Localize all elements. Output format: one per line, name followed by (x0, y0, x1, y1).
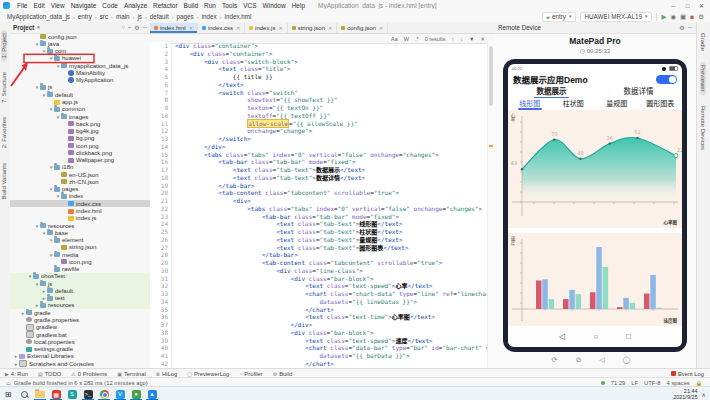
tree-item[interactable]: ▾common (10, 106, 150, 113)
status-item[interactable]: LF (631, 380, 638, 386)
menu-vcs[interactable]: VCS (240, 2, 259, 9)
tree-item[interactable]: rawfile (10, 266, 150, 273)
tree-item[interactable]: ▾com (10, 48, 150, 55)
start-button[interactable]: ⊞ (0, 388, 16, 400)
toolwindow-build[interactable]: ⚙Build (268, 371, 297, 377)
tray-arrow[interactable]: ∧ (702, 391, 706, 398)
tree-item[interactable]: ▾myapplication_data_js (10, 62, 150, 69)
editor-scrollbar[interactable] (487, 42, 494, 368)
toolwindow-terminal[interactable]: ▣Terminal (112, 371, 151, 377)
find-next-icon[interactable]: ↓ (459, 36, 464, 42)
terminal-app-icon[interactable]: >_ (80, 388, 96, 400)
menu-navigate[interactable]: Navigate (68, 2, 100, 9)
tree-item[interactable]: icon.png (10, 142, 150, 149)
tree-item[interactable]: ▸Scratches and Consoles (10, 360, 150, 367)
tree-item[interactable]: string.json (10, 244, 150, 251)
settings-icon[interactable]: ⚙ (698, 13, 704, 21)
code-area[interactable]: 1<div class="container">2 <div class="co… (150, 42, 488, 368)
menu-file[interactable]: File (14, 2, 30, 9)
taskbar-clock[interactable]: 21:44 2021/9/25 (673, 388, 697, 400)
toolwindow-4--run[interactable]: ▶4: Run (0, 371, 33, 377)
toolwindow-hilog[interactable]: ≣HiLog (151, 371, 182, 377)
tree-item[interactable]: ▸default (10, 287, 150, 294)
menu-view[interactable]: View (48, 2, 68, 9)
tree-item[interactable]: ▾i18n (10, 164, 150, 171)
tree-item[interactable]: ▸resources (10, 302, 150, 309)
minimize-button[interactable]: ─ (667, 1, 680, 11)
tree-item[interactable]: ▾ohosTest (10, 273, 150, 280)
previewer-header[interactable]: Remote Device ⚙─ (494, 22, 696, 34)
tool-strip----structure[interactable]: 7: Structure (1, 69, 7, 106)
status-item[interactable]: UTF-8 (644, 380, 660, 386)
find-filter-icon[interactable]: ▼ (468, 36, 475, 42)
status-item[interactable]: 4 spaces (667, 380, 690, 386)
line-chart[interactable]: 437048365122 (508, 110, 682, 228)
scrollbar-thumb[interactable] (489, 46, 493, 106)
tree-item[interactable]: gradle.properties (10, 316, 150, 323)
project-header-icon[interactable]: ÷ (128, 24, 131, 31)
chart-tab[interactable]: 圆形图表 (639, 98, 683, 110)
tree-item[interactable]: MainAbility (10, 69, 150, 76)
nav-recent-icon[interactable]: □ (626, 332, 631, 341)
vscode-icon[interactable]: V (112, 388, 128, 400)
tree-item[interactable]: ▾js (10, 84, 150, 91)
tree-item[interactable]: bg4k.jpg (10, 127, 150, 134)
tree-item[interactable]: icon.png (10, 258, 150, 265)
editor-tab-index-hml[interactable]: index.hml✕ (150, 23, 198, 33)
close-button[interactable]: ✕ (695, 1, 708, 11)
menu-window[interactable]: Window (260, 2, 289, 9)
event-log-button[interactable]: Event Log (671, 371, 710, 377)
tree-item[interactable]: ▸test (10, 295, 150, 302)
app-tab[interactable]: 数据展示 (508, 86, 595, 98)
tree-item[interactable]: ▸External Libraries (10, 353, 150, 360)
find-option-[interactable]: .* (414, 36, 420, 42)
tree-item[interactable]: config.json (10, 33, 150, 40)
find-option-W[interactable]: W (403, 36, 410, 42)
toolwindow-0-problems[interactable]: ⚠0 Problems (66, 371, 112, 377)
breadcrumb-segment[interactable]: MyApplication_data_js (6, 13, 71, 20)
chrome-icon[interactable] (96, 388, 112, 400)
tool-strip-remote-devices[interactable]: Remote Devices (700, 103, 706, 153)
debug-icon[interactable]: ◉ (670, 13, 676, 21)
breadcrumb-segment[interactable]: index.hml (224, 13, 253, 20)
project-header-icon[interactable]: ○ (121, 24, 125, 31)
lock-icon[interactable]: 🔒 (696, 380, 702, 386)
breadcrumb-segment[interactable]: index (201, 13, 218, 20)
toolwindow-previewerlog[interactable]: ▢PreviewerLog (182, 371, 234, 377)
tree-item[interactable]: gradlew (10, 324, 150, 331)
device-select[interactable]: HUAWEI MRX-AL19 ▼ (580, 12, 652, 22)
editor-tab-string-json[interactable]: string.json✕ (288, 23, 338, 33)
maximize-button[interactable]: □ (681, 1, 694, 11)
menu-refactor[interactable]: Refactor (150, 2, 181, 9)
close-tab-icon[interactable]: ✕ (328, 25, 332, 31)
editor-tab-index-js[interactable]: index.js✕ (245, 23, 288, 33)
menu-edit[interactable]: Edit (30, 2, 47, 9)
nav-home-icon[interactable]: ○ (593, 332, 598, 341)
breadcrumb-segment[interactable]: src (99, 13, 109, 20)
breadcrumb-segment[interactable]: main (115, 13, 131, 20)
tree-item[interactable]: gradlew.bat (10, 331, 150, 338)
drive-app-icon[interactable]: ▲ (144, 388, 160, 400)
tree-item[interactable]: ▾resources (10, 222, 150, 229)
tree-item[interactable]: settings.gradle (10, 345, 150, 352)
tree-item[interactable]: ▾base (10, 229, 150, 236)
profile-icon[interactable]: ▣ (680, 13, 686, 21)
breadcrumb-segment[interactable]: default (149, 13, 170, 20)
tree-item[interactable]: ▾huawei (10, 55, 150, 62)
project-header-icon[interactable]: ─ (143, 24, 147, 31)
tree-item[interactable]: local.properties (10, 338, 150, 345)
tree-item[interactable]: ▾images (10, 113, 150, 120)
tree-item[interactable]: bg.png (10, 135, 150, 142)
tree-item[interactable]: zh-CN.json (10, 178, 150, 185)
menu-code[interactable]: Code (99, 2, 121, 9)
tool-strip-build-variants[interactable]: Build Variants (1, 160, 7, 203)
tool-strip-previewer[interactable]: Previewer (700, 62, 706, 95)
status-item[interactable]: 71:29 (611, 380, 626, 386)
file-explorer-icon[interactable] (32, 388, 48, 400)
tool-strip----project[interactable]: 1: Project (1, 30, 7, 61)
status-message[interactable]: Gradle build finished in 6 s 283 ms (12 … (14, 380, 148, 386)
stop-icon[interactable]: ■ (690, 13, 694, 21)
find-option-Aa[interactable]: Aa (390, 36, 399, 42)
tree-item[interactable]: ▾js (10, 280, 150, 287)
nav-back-icon[interactable]: ◁ (559, 332, 565, 341)
